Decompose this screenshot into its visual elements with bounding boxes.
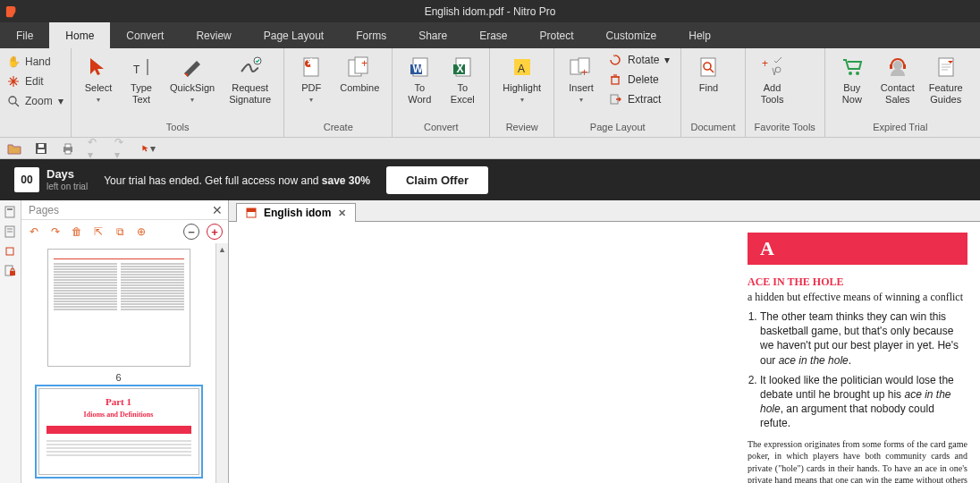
svg-text:+: + (581, 66, 587, 79)
to-word-button[interactable]: WTo Word (401, 52, 437, 107)
type-text-button[interactable]: TType Text (123, 52, 159, 107)
page-extract-icon[interactable]: ⇱ (91, 225, 106, 239)
cursor-dropdown-icon[interactable]: ▾ (141, 141, 156, 156)
rotate-label: Rotate (628, 54, 659, 66)
svg-rect-44 (65, 144, 71, 148)
svg-rect-47 (7, 208, 13, 210)
combine-button[interactable]: +Combine (336, 52, 383, 96)
buy-now-button[interactable]: Buy Now (834, 52, 870, 107)
signatures-pane-icon[interactable] (4, 245, 18, 259)
menu-protect[interactable]: Protect (524, 22, 590, 48)
menu-erase[interactable]: Erase (463, 22, 523, 48)
page-thumbnail[interactable] (47, 249, 190, 367)
menu-file[interactable]: File (0, 22, 49, 48)
entry-origin: The expression originates from some form… (748, 438, 967, 484)
page-rotate-left-icon[interactable]: ↶ (27, 225, 41, 239)
menu-share[interactable]: Share (402, 22, 463, 48)
save-icon[interactable] (34, 141, 48, 156)
menu-page-layout[interactable]: Page Layout (248, 22, 340, 48)
insert-icon: + (568, 54, 595, 80)
highlight-label: Highlight (503, 82, 541, 94)
close-icon[interactable]: ✕ (212, 203, 223, 217)
to-excel-button[interactable]: XTo Excel (444, 52, 480, 107)
document-tab[interactable]: English idom ✕ (236, 203, 356, 222)
menu-forms[interactable]: Forms (340, 22, 402, 48)
thumbnail-scrollbar[interactable]: ▲ (215, 243, 228, 483)
delete-icon (608, 72, 622, 87)
page-thumbnail-active[interactable]: Part 1 Idioms and Definitions (38, 388, 199, 475)
scroll-up-icon[interactable]: ▲ (216, 243, 228, 256)
word-icon: W (406, 54, 433, 80)
delete-button[interactable]: Delete (606, 72, 672, 88)
menu-help[interactable]: Help (672, 22, 727, 48)
quicksign-button[interactable]: QuickSign▾ (166, 52, 218, 106)
entry-title: ACE IN THE HOLE (748, 275, 967, 289)
find-button[interactable]: Find (690, 52, 726, 96)
document-tab-label: English idom (264, 207, 331, 219)
group-label-tools: Tools (80, 119, 275, 135)
menu-review[interactable]: Review (180, 22, 247, 48)
insert-button[interactable]: +Insert▾ (563, 52, 599, 106)
pages-pane-icon[interactable] (4, 206, 18, 220)
bookmarks-pane-icon[interactable] (4, 225, 18, 240)
page-rotate-right-icon[interactable]: ↷ (48, 225, 63, 239)
ribbon-group-tools: Select▾ TType Text QuickSign▾ Request Si… (72, 48, 284, 137)
svg-rect-35 (903, 64, 906, 69)
add-tools-button[interactable]: +Add Tools (755, 52, 790, 107)
find-icon (695, 54, 722, 80)
request-signature-button[interactable]: Request Signature (225, 52, 275, 107)
page-number-label: 6 (115, 372, 121, 383)
ribbon-group-expired-trial: Buy Now Contact Sales Feature Guides Exp… (825, 48, 976, 137)
page-copy-icon[interactable]: ⧉ (113, 225, 127, 239)
combine-icon: + (346, 54, 373, 80)
rotate-button[interactable]: Rotate ▾ (606, 52, 672, 68)
chevron-down-icon: ▾ (97, 96, 100, 104)
ribbon-group-review: AHighlight▾ Review (490, 48, 554, 137)
chevron-down-icon: ▾ (309, 96, 313, 104)
hand-tool[interactable]: ✋Hand (7, 54, 63, 70)
close-tab-icon[interactable]: ✕ (338, 208, 346, 219)
highlight-button[interactable]: AHighlight▾ (499, 52, 545, 106)
page-delete-icon[interactable]: 🗑 (70, 225, 84, 239)
chevron-down-icon: ▾ (58, 95, 63, 107)
group-label-convert: Convert (401, 119, 480, 135)
page-insert-icon[interactable]: ⊕ (134, 225, 148, 239)
zoom-tool[interactable]: Zoom ▾ (7, 93, 63, 109)
buy-now-label: Buy Now (842, 82, 862, 106)
request-signature-icon (237, 54, 264, 80)
feature-guides-button[interactable]: Feature Guides (925, 52, 967, 107)
svg-text:+: + (762, 57, 768, 70)
svg-text:A: A (518, 63, 525, 75)
print-icon[interactable] (61, 141, 75, 156)
group-label-page-layout: Page Layout (563, 119, 672, 135)
redo-icon[interactable]: ↷ ▾ (114, 141, 129, 156)
pdf-tab-icon (246, 208, 257, 218)
menu-customize[interactable]: Customize (590, 22, 673, 48)
svg-line-1 (15, 103, 19, 106)
thumbnail-list[interactable]: 6 Part 1 Idioms and Definitions (21, 243, 215, 483)
extract-button[interactable]: Extract (606, 91, 672, 107)
edit-tool[interactable]: Edit (7, 73, 63, 89)
menu-convert[interactable]: Convert (110, 22, 180, 48)
ribbon-group-create: ✱PDF▾ +Combine Create (284, 48, 393, 137)
zoom-out-button[interactable]: − (183, 224, 199, 240)
to-excel-label: To Excel (451, 82, 475, 106)
menu-home[interactable]: Home (49, 22, 110, 48)
svg-text:X: X (457, 63, 464, 75)
pdf-button[interactable]: ✱PDF▾ (293, 52, 329, 106)
ribbon-group-convert: WTo Word XTo Excel Convert (393, 48, 490, 137)
entry-examples: The other team thinks they can win this … (760, 309, 967, 431)
select-button[interactable]: Select▾ (80, 52, 116, 106)
workspace: Pages ✕ ↶ ↷ 🗑 ⇱ ⧉ ⊕ − + 6 Part 1 (0, 200, 980, 483)
entry-example: It looked like the politician would lose… (760, 373, 967, 431)
document-tab-strip: English idom ✕ (229, 200, 980, 222)
claim-offer-button[interactable]: Claim Offer (386, 166, 488, 194)
contact-sales-button[interactable]: Contact Sales (877, 52, 918, 107)
zoom-in-button[interactable]: + (207, 224, 223, 240)
trial-left-label: left on trial (46, 182, 88, 191)
open-icon[interactable] (7, 141, 21, 156)
ribbon: ✋Hand Edit Zoom ▾ Select▾ TType Text Qui… (0, 48, 980, 138)
security-pane-icon[interactable] (4, 265, 18, 279)
undo-icon[interactable]: ↶ ▾ (88, 141, 102, 156)
page-view[interactable]: A ACE IN THE HOLE a hidden but effective… (229, 222, 980, 483)
